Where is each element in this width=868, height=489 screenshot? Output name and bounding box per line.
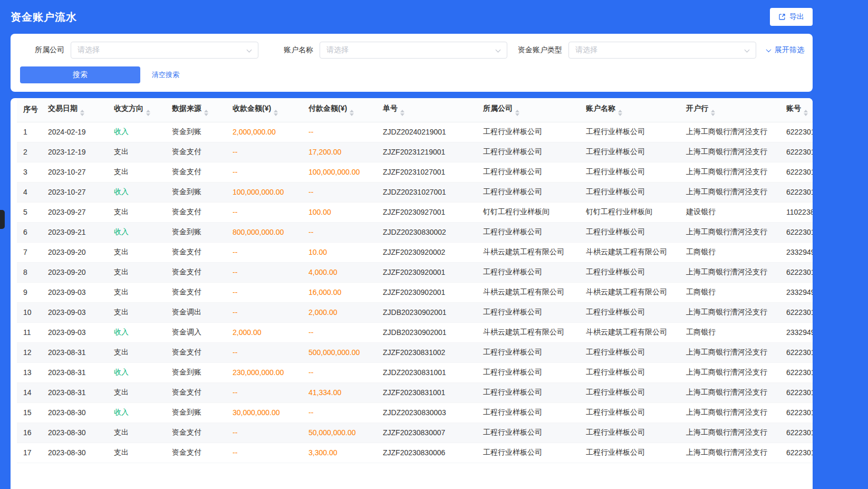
filter-label: 账户名称 (269, 45, 313, 55)
sort-icons[interactable] (204, 110, 208, 116)
column-header[interactable]: 单号 (377, 98, 477, 122)
cell-payment-amount: 10.00 (302, 242, 377, 262)
cell-source: 资金支付 (166, 242, 226, 262)
cell-account-no: 622230111 (780, 402, 813, 423)
cell-bank: 上海工商银行漕河泾支行 (680, 222, 780, 242)
sort-icons[interactable] (711, 110, 715, 116)
cell-account-name: 工程行业样板公司 (580, 262, 680, 282)
sort-icons[interactable] (515, 110, 519, 116)
cell-account-no: 622230111 (780, 382, 813, 402)
cell-order-no: ZJZF20230902001 (377, 282, 477, 302)
table-row: 5 2023-09-27 支出 资金支付 -- 100.00 ZJZF20230… (17, 202, 813, 222)
cell-receipt-amount: 230,000,000.00 (226, 362, 302, 382)
cell-order-no: ZJZF20230831002 (377, 342, 477, 362)
cell-payment-amount: 17,200.00 (302, 142, 377, 162)
table-row: 7 2023-09-20 支出 资金支付 -- 10.00 ZJZF202309… (17, 242, 813, 262)
clear-search-button[interactable]: 清空搜索 (152, 70, 179, 80)
sort-icons[interactable] (350, 110, 354, 116)
cell-direction: 支出 (108, 142, 166, 162)
cell-payment-amount: 4,000.00 (302, 262, 377, 282)
cell-date: 2023-09-20 (42, 262, 108, 282)
cell-company: 工程行业样板公司 (477, 443, 580, 463)
expand-filters-link[interactable]: 展开筛选 (767, 45, 804, 55)
table-row: 3 2023-10-27 支出 资金支付 -- 100,000,000.00 Z… (17, 162, 813, 182)
sort-icons[interactable] (80, 110, 84, 116)
caret-down-icon (515, 113, 519, 116)
cell-receipt-amount: -- (226, 282, 302, 302)
cell-account-no: 622230111 (780, 302, 813, 322)
page-title: 资金账户流水 (11, 10, 77, 24)
cell-source: 资金支付 (166, 342, 226, 362)
sort-icons[interactable] (804, 110, 808, 116)
filter-select[interactable]: 请选择 (568, 42, 756, 59)
table-row: 17 2023-08-30 支出 资金支付 -- 3,300.00 ZJZF20… (17, 443, 813, 463)
column-header[interactable]: 所属公司 (477, 98, 580, 122)
column-header[interactable]: 收款金额(¥) (226, 98, 302, 122)
cell-no: 16 (17, 423, 42, 443)
cell-date: 2023-08-30 (42, 423, 108, 443)
cell-direction: 支出 (108, 282, 166, 302)
filter-panel: 所属公司 请选择 账户名称 请选择 资金账户类型 请选择 展开筛选 搜索 清空搜… (11, 34, 813, 92)
column-header[interactable]: 开户行 (680, 98, 780, 122)
sort-icons[interactable] (618, 110, 622, 116)
cell-company: 工程行业样板公司 (477, 142, 580, 162)
cell-company: 工程行业样板公司 (477, 402, 580, 423)
cell-payment-amount: -- (302, 322, 377, 342)
cell-account-name: 斗栱云建筑工程有限公司 (580, 322, 680, 342)
cell-direction: 支出 (108, 342, 166, 362)
cell-bank: 工商银行 (680, 322, 780, 342)
cell-bank: 上海工商银行漕河泾支行 (680, 122, 780, 142)
column-header-label: 收支方向 (114, 104, 143, 112)
export-button[interactable]: 导出 (770, 8, 813, 26)
cell-no: 4 (17, 182, 42, 202)
column-header[interactable]: 账户名称 (580, 98, 680, 122)
cell-date: 2023-10-27 (42, 182, 108, 202)
cell-source: 资金到账 (166, 402, 226, 423)
column-header[interactable]: 数据来源 (166, 98, 226, 122)
cell-direction: 支出 (108, 302, 166, 322)
column-header[interactable]: 序号 (17, 98, 42, 122)
cell-company: 斗栱云建筑工程有限公司 (477, 242, 580, 262)
cell-order-no: ZJDZ20230830002 (377, 222, 477, 242)
caret-down-icon (618, 113, 622, 116)
cell-date: 2023-08-31 (42, 362, 108, 382)
cell-no: 2 (17, 142, 42, 162)
column-header[interactable]: 付款金额(¥) (302, 98, 377, 122)
filter-select[interactable]: 请选择 (71, 42, 258, 59)
cell-direction: 收入 (108, 402, 166, 423)
export-icon (778, 13, 786, 21)
column-header[interactable]: 交易日期 (42, 98, 108, 122)
cell-source: 资金调入 (166, 322, 226, 342)
cell-receipt-amount: -- (226, 262, 302, 282)
cell-payment-amount: -- (302, 222, 377, 242)
sidebar-handle[interactable] (0, 210, 5, 229)
cell-source: 资金支付 (166, 423, 226, 443)
cell-date: 2023-09-21 (42, 222, 108, 242)
cell-company: 工程行业样板公司 (477, 122, 580, 142)
cell-order-no: ZJZF20230831001 (377, 382, 477, 402)
cell-receipt-amount: -- (226, 382, 302, 402)
column-header-label: 付款金额(¥) (308, 104, 347, 112)
cell-no: 12 (17, 342, 42, 362)
sort-icons[interactable] (400, 110, 404, 116)
column-header[interactable]: 收支方向 (108, 98, 166, 122)
column-header[interactable]: 账号 (780, 98, 813, 122)
table-row: 8 2023-09-20 支出 资金支付 -- 4,000.00 ZJZF202… (17, 262, 813, 282)
filter-group: 所属公司 请选择 (20, 42, 258, 59)
sort-icons[interactable] (274, 110, 278, 116)
cell-bank: 上海工商银行漕河泾支行 (680, 162, 780, 182)
caret-up-icon (204, 110, 208, 112)
filter-select[interactable]: 请选择 (320, 42, 507, 59)
caret-down-icon (711, 113, 715, 116)
table-row: 14 2023-08-31 支出 资金支付 -- 41,334.00 ZJZF2… (17, 382, 813, 402)
caret-down-icon (146, 113, 150, 116)
cell-order-no: ZJZF20231219001 (377, 142, 477, 162)
table-header-row: 序号 交易日期 收支方向 数据来源 收款金额(¥) 付款金额(¥) 单号 所属公… (17, 98, 813, 122)
search-button[interactable]: 搜索 (20, 66, 140, 83)
cell-no: 1 (17, 122, 42, 142)
cell-account-name: 工程行业样板公司 (580, 382, 680, 402)
sort-icons[interactable] (146, 110, 150, 116)
caret-up-icon (80, 110, 84, 112)
cell-date: 2023-08-31 (42, 342, 108, 362)
cell-order-no: ZJZF20231027001 (377, 162, 477, 182)
